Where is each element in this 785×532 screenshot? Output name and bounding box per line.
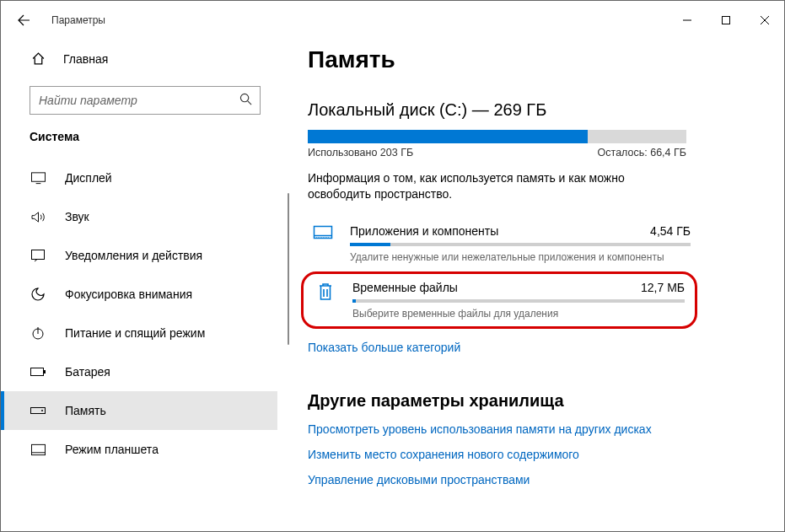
maximize-icon: [722, 16, 730, 24]
disk-usage-fill: [308, 130, 588, 143]
svg-rect-5: [31, 368, 44, 376]
page-title: Память: [308, 46, 759, 73]
sidebar-item-label: Фокусировка внимания: [65, 287, 192, 301]
category-bar: [350, 243, 691, 246]
maximize-button[interactable]: [707, 7, 745, 34]
back-arrow-icon: [17, 13, 30, 27]
tablet-icon: [30, 443, 46, 456]
home-icon: [30, 51, 46, 66]
search-container: [30, 86, 261, 115]
sidebar-item-label: Звук: [65, 210, 89, 223]
category-hint: Выберите временные файлы для удаления: [352, 308, 685, 320]
titlebar: Параметры: [1, 1, 784, 40]
svg-rect-2: [31, 173, 45, 181]
show-more-link[interactable]: Показать больше категорий: [308, 341, 759, 354]
used-label: Использовано 203 ГБ: [308, 147, 413, 159]
sidebar-item-notifications[interactable]: Уведомления и действия: [1, 236, 277, 275]
storage-category-temp[interactable]: Временные файлы 12,7 МБ Выберите временн…: [310, 279, 688, 321]
sound-icon: [30, 211, 46, 223]
minimize-button[interactable]: [668, 7, 707, 34]
storage-category-apps[interactable]: Приложения и компоненты 4,54 ГБ Удалите …: [308, 216, 696, 271]
sidebar-item-tablet[interactable]: Режим планшета: [1, 430, 277, 469]
disk-usage-bar: [308, 130, 686, 143]
close-button[interactable]: [745, 7, 784, 34]
focus-icon: [30, 287, 46, 301]
sidebar-item-label: Батарея: [65, 365, 110, 379]
svg-point-1: [240, 94, 248, 101]
display-icon: [30, 172, 46, 184]
trash-icon: [314, 281, 337, 320]
sidebar-item-label: Режим планшета: [65, 443, 159, 456]
apps-icon: [311, 224, 335, 263]
power-icon: [30, 326, 46, 340]
sidebar-item-label: Уведомления и действия: [65, 249, 202, 262]
svg-point-8: [41, 410, 43, 411]
notifications-icon: [30, 249, 46, 262]
link-change-save-location[interactable]: Изменить место сохранения нового содержи…: [308, 448, 759, 461]
svg-rect-10: [315, 226, 332, 238]
sidebar-item-label: Питание и спящий режим: [65, 326, 205, 340]
category-size: 12,7 МБ: [641, 281, 685, 294]
sidebar-category-title: Система: [1, 126, 277, 159]
main-content: Память Локальный диск (C:) — 269 ГБ Испо…: [277, 40, 784, 531]
sidebar-item-sound[interactable]: Звук: [1, 197, 277, 236]
sidebar-item-power[interactable]: Питание и спящий режим: [1, 314, 277, 352]
sidebar-item-storage[interactable]: Память: [1, 391, 277, 430]
free-label: Осталось: 66,4 ГБ: [598, 147, 686, 159]
sidebar-item-label: Память: [65, 404, 106, 417]
minimize-icon: [683, 16, 691, 24]
sidebar-home-label: Главная: [63, 52, 108, 66]
battery-icon: [30, 367, 46, 377]
close-icon: [761, 16, 769, 24]
svg-rect-0: [723, 17, 730, 24]
window-controls: [668, 7, 784, 34]
category-size: 4,54 ГБ: [650, 224, 691, 238]
link-storage-spaces[interactable]: Управление дисковыми пространствами: [308, 473, 759, 486]
sidebar-item-display[interactable]: Дисплей: [1, 159, 277, 197]
highlight-annotation: Временные файлы 12,7 МБ Выберите временн…: [301, 271, 697, 329]
svg-rect-6: [44, 370, 46, 373]
category-bar: [352, 299, 685, 303]
svg-rect-3: [32, 250, 45, 260]
storage-icon: [30, 406, 46, 415]
disk-heading: Локальный диск (C:) — 269 ГБ: [308, 100, 759, 120]
disk-usage-labels: Использовано 203 ГБ Осталось: 66,4 ГБ: [308, 147, 686, 159]
search-input[interactable]: [30, 86, 261, 115]
sidebar: Главная Система Дисплей Звук Уведомления…: [1, 40, 277, 531]
sidebar-item-battery[interactable]: Батарея: [1, 352, 277, 391]
category-title: Приложения и компоненты: [350, 224, 498, 238]
storage-description: Информация о том, как используется памят…: [308, 170, 686, 202]
category-title: Временные файлы: [352, 281, 458, 294]
link-other-drives[interactable]: Просмотреть уровень использования памяти…: [308, 422, 759, 436]
other-storage-heading: Другие параметры хранилища: [308, 391, 759, 411]
svg-rect-9: [31, 444, 45, 454]
back-button[interactable]: [11, 8, 36, 33]
sidebar-home[interactable]: Главная: [1, 43, 277, 74]
window-title: Параметры: [51, 14, 105, 26]
sidebar-item-label: Дисплей: [65, 171, 112, 185]
sidebar-item-focus[interactable]: Фокусировка внимания: [1, 275, 277, 314]
search-icon: [239, 93, 252, 108]
category-hint: Удалите ненужные или нежелательные прило…: [350, 251, 691, 263]
